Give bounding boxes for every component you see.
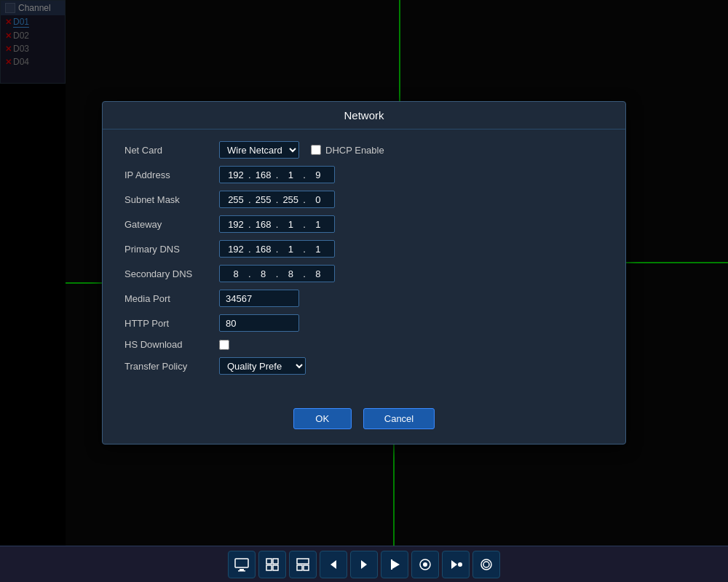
transfer-policy-select[interactable]: Quality Prefe Fluency Prefer	[219, 357, 306, 375]
svg-rect-4	[273, 559, 278, 564]
gateway-row: Gateway . . .	[124, 215, 604, 233]
primary-dns-row: Primary DNS . . .	[124, 240, 604, 258]
net-card-select[interactable]: Wire Netcard	[219, 141, 299, 159]
primary-dns-b[interactable]	[252, 244, 275, 255]
primary-dns-control: . . .	[219, 240, 335, 258]
svg-rect-7	[297, 559, 309, 564]
modal-overlay: Network Net Card Wire Netcard DHCP Enabl…	[0, 0, 728, 546]
svg-rect-0	[235, 559, 248, 567]
hs-download-label: HS Download	[124, 339, 219, 350]
net-card-control: Wire Netcard DHCP Enable	[219, 141, 384, 159]
ip-address-c[interactable]	[279, 170, 302, 180]
ip-address-b[interactable]	[252, 170, 275, 180]
svg-point-18	[481, 559, 491, 570]
subnet-mask-a[interactable]	[224, 194, 248, 205]
ip-address-a[interactable]	[224, 170, 248, 180]
primary-dns-a[interactable]	[224, 244, 248, 255]
hs-download-checkbox[interactable]	[219, 340, 229, 350]
dhcp-label: DHCP Enable	[325, 145, 384, 156]
media-port-input[interactable]	[219, 290, 299, 307]
svg-point-19	[483, 562, 489, 567]
media-port-row: Media Port	[124, 290, 604, 307]
http-port-row: HTTP Port	[124, 314, 604, 332]
media-port-control	[219, 290, 299, 307]
svg-marker-10	[331, 560, 336, 569]
primary-dns-d[interactable]	[306, 244, 330, 255]
grid-icon[interactable]	[258, 551, 286, 578]
dhcp-checkbox[interactable]	[311, 145, 321, 155]
http-port-control	[219, 314, 299, 332]
network-dialog: Network Net Card Wire Netcard DHCP Enabl…	[102, 101, 626, 445]
cancel-button[interactable]: Cancel	[363, 408, 435, 429]
secondary-dns-input: . . .	[219, 265, 335, 282]
http-port-input[interactable]	[219, 314, 299, 332]
subnet-mask-c[interactable]	[279, 194, 302, 205]
hs-download-row: HS Download	[124, 339, 604, 350]
svg-rect-2	[238, 570, 245, 572]
secondary-dns-c[interactable]	[279, 268, 302, 279]
dhcp-area: DHCP Enable	[311, 145, 384, 156]
primary-dns-c[interactable]	[279, 244, 302, 255]
secondary-dns-b[interactable]	[252, 268, 275, 279]
stop-icon[interactable]	[411, 551, 439, 578]
forward-icon[interactable]	[350, 551, 378, 578]
ip-address-label: IP Address	[124, 170, 219, 180]
svg-marker-11	[361, 560, 367, 569]
net-card-row: Net Card Wire Netcard DHCP Enable	[124, 141, 604, 159]
svg-rect-5	[266, 565, 272, 570]
net-card-label: Net Card	[124, 145, 219, 156]
subnet-mask-label: Subnet Mask	[124, 194, 219, 205]
transfer-policy-label: Transfer Policy	[124, 361, 219, 372]
screen: Channel ✕ D01 ✕ D02 ✕ D03 ✕ D04 Network	[0, 0, 728, 582]
subnet-mask-input: . . .	[219, 191, 335, 208]
http-port-label: HTTP Port	[124, 318, 219, 329]
gateway-c[interactable]	[279, 219, 302, 230]
primary-dns-input: . . .	[219, 240, 335, 258]
secondary-dns-label: Secondary DNS	[124, 268, 219, 279]
back-icon[interactable]	[320, 551, 347, 578]
play-icon[interactable]	[381, 551, 408, 578]
svg-point-17	[458, 562, 462, 567]
ip-address-row: IP Address . . .	[124, 166, 604, 183]
bottom-toolbar	[0, 546, 728, 582]
fullscreen-icon[interactable]	[472, 551, 500, 578]
subnet-mask-b[interactable]	[252, 194, 275, 205]
secondary-dns-control: . . .	[219, 265, 335, 282]
ok-button[interactable]: OK	[293, 408, 352, 429]
primary-dns-label: Primary DNS	[124, 244, 219, 255]
ip-address-control: . . .	[219, 166, 335, 183]
svg-rect-8	[297, 565, 302, 570]
ip-address-d[interactable]	[306, 170, 330, 180]
dialog-body: Net Card Wire Netcard DHCP Enable IP Add…	[103, 129, 625, 396]
svg-rect-1	[240, 569, 244, 570]
svg-rect-3	[266, 559, 272, 564]
record-icon[interactable]	[442, 551, 470, 578]
secondary-dns-a[interactable]	[224, 268, 248, 279]
gateway-a[interactable]	[224, 219, 248, 230]
subnet-mask-d[interactable]	[306, 194, 330, 205]
gateway-b[interactable]	[252, 219, 275, 230]
gateway-label: Gateway	[124, 219, 219, 230]
svg-marker-16	[451, 560, 457, 569]
svg-point-15	[423, 562, 427, 567]
secondary-dns-d[interactable]	[306, 268, 330, 279]
ip-address-input: . . .	[219, 166, 335, 183]
gateway-d[interactable]	[306, 219, 330, 230]
dialog-footer: OK Cancel	[103, 396, 625, 444]
dialog-title: Network	[103, 102, 625, 129]
media-port-label: Media Port	[124, 293, 219, 304]
layout-icon[interactable]	[289, 551, 317, 578]
monitor-icon[interactable]	[228, 551, 256, 578]
hs-download-control	[219, 340, 229, 350]
gateway-input: . . .	[219, 215, 335, 233]
svg-rect-13	[391, 559, 392, 570]
transfer-policy-row: Transfer Policy Quality Prefe Fluency Pr…	[124, 357, 604, 375]
gateway-control: . . .	[219, 215, 335, 233]
transfer-policy-control: Quality Prefe Fluency Prefer	[219, 357, 306, 375]
svg-rect-6	[273, 565, 278, 570]
subnet-mask-control: . . .	[219, 191, 335, 208]
secondary-dns-row: Secondary DNS . . .	[124, 265, 604, 282]
subnet-mask-row: Subnet Mask . . .	[124, 191, 604, 208]
svg-rect-9	[304, 565, 309, 570]
